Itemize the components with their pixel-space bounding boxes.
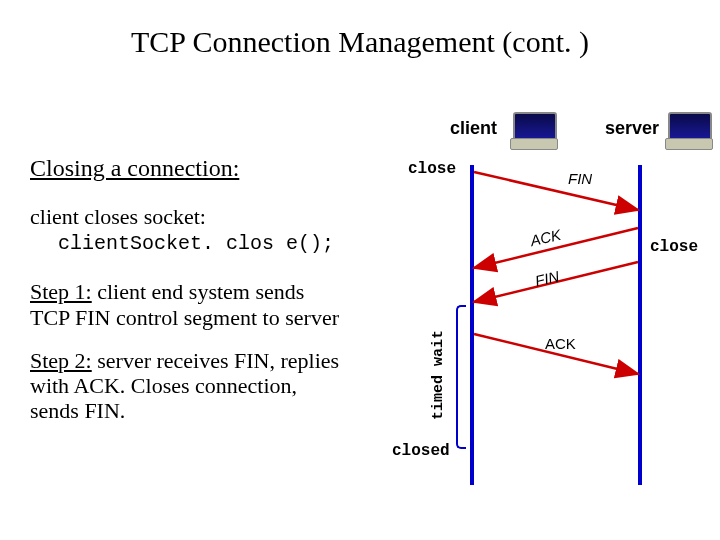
- step2-label: Step 2:: [30, 348, 92, 373]
- closing-heading: Closing a connection:: [30, 155, 340, 182]
- page-title: TCP Connection Management (cont. ): [0, 25, 720, 59]
- close-event-server: close: [650, 238, 698, 256]
- step1-block: Step 1: client end system sends TCP FIN …: [30, 279, 340, 330]
- socket-close-block: client closes socket: clientSocket. clos…: [30, 204, 340, 255]
- explanation-column: Closing a connection: client closes sock…: [30, 155, 340, 438]
- socket-code: clientSocket. clos e();: [30, 232, 334, 255]
- step1-label: Step 1:: [30, 279, 92, 304]
- message-arrows: [350, 110, 710, 530]
- close-event-client: close: [408, 160, 456, 178]
- timed-wait-label: timed wait: [430, 330, 447, 420]
- closed-event: closed: [392, 442, 450, 460]
- step2-block: Step 2: server receives FIN, replies wit…: [30, 348, 340, 424]
- timed-wait-brace: [456, 305, 466, 449]
- sequence-diagram: client server close FIN ACK FIN ACK clos…: [350, 110, 710, 530]
- socket-intro-text: client closes socket:: [30, 204, 206, 229]
- svg-line-0: [474, 172, 638, 210]
- ack-msg-2: ACK: [545, 335, 576, 352]
- fin-msg-1: FIN: [568, 170, 592, 187]
